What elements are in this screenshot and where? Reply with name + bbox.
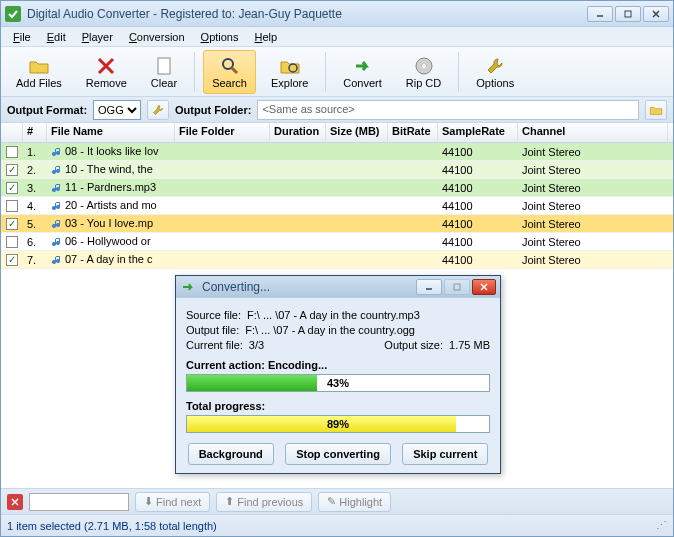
rip-cd-button[interactable]: Rip CD <box>397 50 450 94</box>
row-samplerate: 44100 <box>438 200 518 212</box>
row-num: 1. <box>23 146 47 158</box>
dialog-close-button[interactable] <box>472 279 496 295</box>
resize-grip[interactable]: ⋰ <box>656 519 667 532</box>
total-progress-label: Total progress: <box>186 400 490 412</box>
highlight-icon: ✎ <box>327 495 336 508</box>
row-samplerate: 44100 <box>438 146 518 158</box>
find-next-button[interactable]: ⬇Find next <box>135 492 210 512</box>
clear-button[interactable]: Clear <box>142 50 186 94</box>
svg-line-5 <box>232 68 237 73</box>
close-button[interactable] <box>643 6 669 22</box>
music-note-icon <box>51 218 63 230</box>
row-checkbox[interactable] <box>6 200 18 212</box>
main-window: Digital Audio Converter - Registered to:… <box>0 0 674 537</box>
col-channel[interactable]: Channel <box>518 123 668 142</box>
row-channel: Joint Stereo <box>518 218 668 230</box>
col-duration[interactable]: Duration <box>270 123 326 142</box>
current-file-label: Current file: <box>186 339 243 351</box>
menu-options[interactable]: Options <box>195 29 245 45</box>
col-size[interactable]: Size (MB) <box>326 123 388 142</box>
add-files-button[interactable]: Add Files <box>7 50 71 94</box>
row-checkbox[interactable] <box>6 236 18 248</box>
row-channel: Joint Stereo <box>518 182 668 194</box>
table-row[interactable]: 1.08 - It looks like lov44100Joint Stere… <box>1 143 673 161</box>
table-row[interactable]: 4.20 - Artists and mo44100Joint Stereo <box>1 197 673 215</box>
output-folder-field[interactable]: <Same as source> <box>257 100 639 120</box>
explore-button[interactable]: Explore <box>262 50 317 94</box>
current-action-value: Encoding... <box>268 359 327 371</box>
action-progress: 43% <box>186 374 490 392</box>
skip-current-button[interactable]: Skip current <box>402 443 488 465</box>
magnifier-icon <box>219 55 241 77</box>
browse-folder-button[interactable] <box>645 100 667 120</box>
row-checkbox[interactable] <box>6 182 18 194</box>
menu-file[interactable]: File <box>7 29 37 45</box>
svg-point-4 <box>223 59 233 69</box>
row-num: 2. <box>23 164 47 176</box>
highlight-button[interactable]: ✎Highlight <box>318 492 391 512</box>
stop-converting-button[interactable]: Stop converting <box>285 443 391 465</box>
arrow-up-icon: ⬆ <box>225 495 234 508</box>
menu-edit[interactable]: Edit <box>41 29 72 45</box>
row-num: 4. <box>23 200 47 212</box>
menu-conversion[interactable]: Conversion <box>123 29 191 45</box>
find-previous-button[interactable]: ⬆Find previous <box>216 492 312 512</box>
status-text: 1 item selected (2.71 MB, 1:58 total len… <box>7 520 217 532</box>
col-bitrate[interactable]: BitRate <box>388 123 438 142</box>
svg-rect-3 <box>158 58 170 74</box>
dialog-title: Converting... <box>202 280 416 294</box>
row-checkbox[interactable] <box>6 164 18 176</box>
source-file-value: F:\ ... \07 - A day in the country.mp3 <box>247 309 420 321</box>
arrow-down-icon: ⬇ <box>144 495 153 508</box>
output-format-select[interactable]: OGG <box>93 100 141 120</box>
toolbar: Add Files Remove Clear Search Explore Co… <box>1 47 673 97</box>
svg-rect-0 <box>5 6 21 22</box>
disc-icon <box>413 55 435 77</box>
output-format-label: Output Format: <box>7 104 87 116</box>
arrow-icon <box>180 279 196 295</box>
titlebar: Digital Audio Converter - Registered to:… <box>1 1 673 27</box>
arrow-right-icon <box>352 55 374 77</box>
row-filename: 20 - Artists and mo <box>47 199 175 212</box>
dialog-maximize-button[interactable] <box>444 279 470 295</box>
findbar-close-button[interactable] <box>7 494 23 510</box>
svg-point-8 <box>422 64 426 68</box>
table-row[interactable]: 3.11 - Pardners.mp344100Joint Stereo <box>1 179 673 197</box>
row-num: 5. <box>23 218 47 230</box>
convert-button[interactable]: Convert <box>334 50 391 94</box>
total-progress: 89% <box>186 415 490 433</box>
row-samplerate: 44100 <box>438 236 518 248</box>
row-channel: Joint Stereo <box>518 146 668 158</box>
table-row[interactable]: 7.07 - A day in the c44100Joint Stereo <box>1 251 673 269</box>
row-checkbox[interactable] <box>6 254 18 266</box>
menu-help[interactable]: Help <box>248 29 283 45</box>
dialog-titlebar: Converting... <box>176 276 500 298</box>
menu-player[interactable]: Player <box>76 29 119 45</box>
music-note-icon <box>51 164 63 176</box>
find-input[interactable] <box>29 493 129 511</box>
minimize-button[interactable] <box>587 6 613 22</box>
total-progress-pct: 89% <box>187 416 489 432</box>
background-button[interactable]: Background <box>188 443 274 465</box>
row-samplerate: 44100 <box>438 254 518 266</box>
current-file-value: 3/3 <box>249 339 264 351</box>
col-samplerate[interactable]: SampleRate <box>438 123 518 142</box>
maximize-button[interactable] <box>615 6 641 22</box>
search-button[interactable]: Search <box>203 50 256 94</box>
source-file-label: Source file: <box>186 309 241 321</box>
col-filename[interactable]: File Name <box>47 123 175 142</box>
row-checkbox[interactable] <box>6 146 18 158</box>
options-button[interactable]: Options <box>467 50 523 94</box>
svg-rect-2 <box>625 11 631 17</box>
remove-button[interactable]: Remove <box>77 50 136 94</box>
table-row[interactable]: 5.03 - You I love.mp44100Joint Stereo <box>1 215 673 233</box>
table-row[interactable]: 6.06 - Hollywood or44100Joint Stereo <box>1 233 673 251</box>
current-action-label: Current action: <box>186 359 265 371</box>
table-row[interactable]: 2.10 - The wind, the44100Joint Stereo <box>1 161 673 179</box>
format-settings-button[interactable] <box>147 100 169 120</box>
row-checkbox[interactable] <box>6 218 18 230</box>
dialog-minimize-button[interactable] <box>416 279 442 295</box>
col-num[interactable]: # <box>23 123 47 142</box>
row-filename: 03 - You I love.mp <box>47 217 175 230</box>
col-folder[interactable]: File Folder <box>175 123 270 142</box>
